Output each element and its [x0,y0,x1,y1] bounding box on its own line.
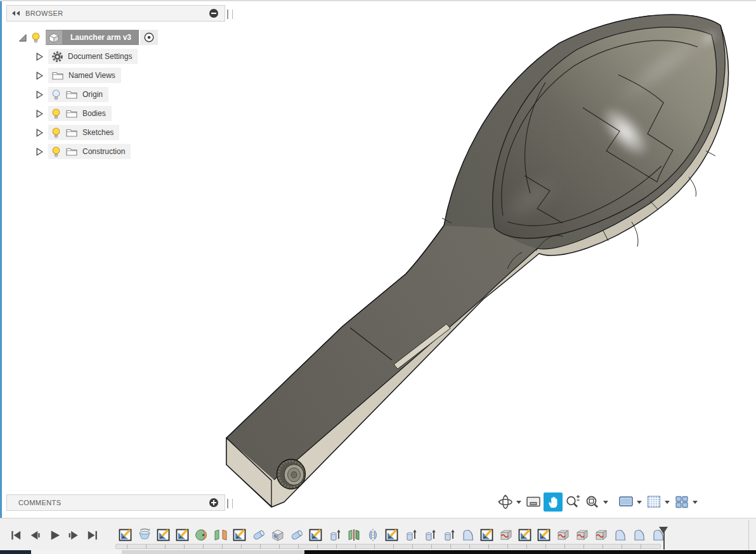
tree-item-construction[interactable]: Construction [48,144,131,159]
go-to-end-button[interactable] [85,528,100,543]
comments-panel-grip[interactable] [227,499,233,508]
expand-arrow-icon[interactable] [35,52,43,61]
tree-item-sketches[interactable]: Sketches [48,125,119,140]
play-button[interactable] [47,528,62,543]
visibility-bulb-on-icon[interactable] [51,127,61,138]
fit-button[interactable] [583,493,602,512]
timeline-feature-sketch-icon[interactable] [156,527,171,543]
orbit-dropdown-caret[interactable] [516,501,521,504]
timeline-tick [583,544,584,549]
tree-item-named-views[interactable]: Named Views [48,68,121,83]
tree-row: Document Settings [6,47,225,66]
timeline-tick [412,544,413,549]
comments-panel-header: COMMENTS [6,494,225,511]
add-comment-icon[interactable] [209,498,218,507]
timeline-feature-fillet-icon[interactable] [613,527,628,543]
timeline-feature-sketch-icon[interactable] [308,527,323,543]
model-handle-top [226,226,537,480]
timeline-divider [748,520,749,550]
expand-arrow-icon[interactable] [35,147,43,157]
tree-item-origin[interactable]: Origin [48,87,108,102]
timeline-feature-sketch-icon[interactable] [384,527,400,543]
expand-arrow-icon[interactable] [35,71,43,81]
timeline-track[interactable] [115,544,661,549]
timeline-feature-form-icon[interactable] [594,527,609,543]
timeline-feature-sketch-icon[interactable] [479,527,495,543]
viewports-icon [674,494,690,510]
look-at-button[interactable] [524,493,543,512]
timeline-feature-cylinder-icon[interactable] [289,527,304,543]
zoom-button[interactable] [563,493,582,512]
timeline-feature-sketch-icon[interactable] [175,527,190,543]
visibility-bulb-on-icon[interactable] [31,32,41,43]
timeline-feature-form-icon[interactable] [556,527,571,543]
navigation-toolbar [496,492,700,512]
browser-panel-header: BROWSER [6,5,225,22]
visibility-bulb-on-icon[interactable] [51,146,61,157]
display-settings-caret[interactable] [637,501,642,504]
collapse-all-icon[interactable] [209,9,218,18]
timeline-feature-extrude-icon[interactable] [403,527,419,543]
browser-panel-grip[interactable] [227,10,233,19]
timeline-tick [526,544,527,549]
timeline-feature-cylinder-icon[interactable] [251,527,266,543]
timeline-feature-sketch-icon[interactable] [537,527,552,543]
fit-icon [584,494,601,510]
expanded-triangle-icon[interactable] [18,33,27,42]
timeline-feature-mirror-plane-icon[interactable] [365,527,381,543]
tree-item-label: Document Settings [68,52,132,61]
step-forward-button[interactable] [66,528,81,543]
expand-arrow-icon[interactable] [35,90,43,100]
timeline-tick [507,544,508,549]
orbit-button[interactable] [496,493,515,512]
timeline-tick [241,544,242,549]
expand-arrow-icon[interactable] [35,128,43,138]
look-at-icon [525,494,542,510]
tree-row: Construction [6,142,225,161]
timeline-feature-box-icon[interactable] [270,527,285,543]
tree-item-label: Named Views [68,71,115,80]
display-settings-button[interactable] [616,493,635,512]
orbit-icon [497,494,514,510]
timeline-feature-form-icon[interactable] [499,527,514,543]
timeline-feature-mirror-icon[interactable] [213,527,228,543]
timeline-feature-extrude-icon[interactable] [327,527,342,543]
timeline-feature-revolve-icon[interactable] [137,527,152,543]
visibility-bulb-off-icon[interactable] [51,89,61,100]
viewports-caret[interactable] [693,501,698,504]
timeline-playhead[interactable] [659,527,668,550]
timeline-feature-form-icon[interactable] [575,527,590,543]
timeline-feature-sketch-icon[interactable] [518,527,533,543]
pan-button[interactable] [544,493,563,512]
tree-item-root[interactable]: Launcher arm v3 [46,30,139,45]
timeline-tick [374,544,375,549]
step-back-button[interactable] [28,528,42,543]
fit-dropdown-caret[interactable] [603,501,608,504]
grid-snaps-caret[interactable] [665,501,670,504]
tree-row: Sketches [6,123,225,142]
timeline-tick [279,544,280,549]
comments-panel-title: COMMENTS [18,499,209,506]
grid-snaps-button[interactable] [644,493,663,512]
timeline-feature-mirror-axis-icon[interactable] [346,527,362,543]
activate-component-radio[interactable] [140,30,158,45]
go-to-start-button[interactable] [9,528,23,543]
timeline-tick [146,544,147,549]
timeline-feature-fillet-icon[interactable] [460,527,476,543]
visibility-bulb-on-icon[interactable] [51,108,61,119]
timeline-feature-sketch-icon[interactable] [232,527,247,543]
timeline-feature-sketch-icon[interactable] [118,527,133,543]
tree-item-label: Sketches [82,128,114,137]
timeline-feature-extrude-icon[interactable] [441,527,457,543]
tree-item-label: Bodies [82,109,106,118]
viewports-button[interactable] [672,493,691,512]
expand-arrow-icon[interactable] [35,109,43,119]
timeline-feature-hole-icon[interactable] [194,527,209,543]
collapse-panel-icon[interactable] [11,10,20,16]
timeline-feature-extrude-icon[interactable] [422,527,438,543]
tree-item-bodies[interactable]: Bodies [48,106,112,121]
tree-item-document-settings[interactable]: Document Settings [48,49,138,64]
grid-snaps-icon [646,494,662,510]
timeline-tick [222,544,223,549]
timeline-feature-fillet-icon[interactable] [632,527,647,543]
